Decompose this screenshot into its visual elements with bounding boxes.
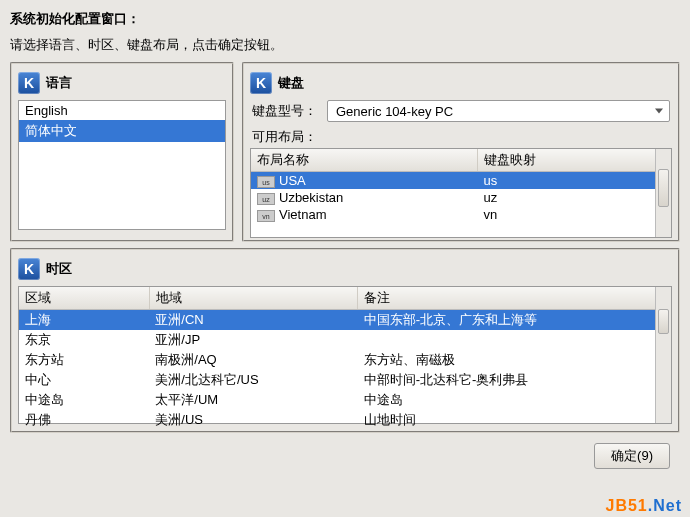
layout-mapping-cell: uz	[478, 189, 671, 206]
col-layout-mapping[interactable]: 键盘映射	[478, 149, 671, 172]
keyboard-layout-row[interactable]: vnVietnamvn	[251, 206, 671, 223]
col-tz-area[interactable]: 地域	[149, 287, 357, 310]
timezone-note-cell	[358, 330, 671, 350]
watermark-part-a: JB51	[606, 497, 648, 514]
timezone-panel: K 时区 区域 地域 备注 上海亚洲/CN中国东部-北京、广东和上海等东京亚洲/…	[10, 248, 680, 433]
timezone-table-wrap: 区域 地域 备注 上海亚洲/CN中国东部-北京、广东和上海等东京亚洲/JP东方站…	[18, 286, 672, 424]
keyboard-model-value: Generic 104-key PC	[336, 104, 453, 119]
timezone-row[interactable]: 中途岛太平洋/UM中途岛	[19, 390, 671, 410]
window-subtitle: 请选择语言、时区、键盘布局，点击确定按钮。	[10, 36, 680, 54]
timezone-region-cell: 丹佛	[19, 410, 149, 430]
bottom-bar: 确定(9)	[10, 439, 680, 469]
timezone-area-cell: 南极洲/AQ	[149, 350, 357, 370]
language-item[interactable]: 简体中文	[19, 120, 225, 142]
watermark: JB51.Net	[606, 497, 682, 515]
keyboard-scrollbar[interactable]	[655, 149, 671, 237]
keyboard-panel-title: 键盘	[278, 74, 304, 92]
layout-mapping-cell: us	[478, 172, 671, 190]
flag-icon: vn	[257, 210, 275, 222]
top-row: K 语言 English简体中文 K 键盘 键盘型号： Generic 104-…	[10, 62, 680, 242]
keyboard-model-combo[interactable]: Generic 104-key PC	[327, 100, 670, 122]
keyboard-layout-table[interactable]: 布局名称 键盘映射 usUSAusuzUzbekistanuzvnVietnam…	[251, 149, 671, 223]
language-panel-title: 语言	[46, 74, 72, 92]
config-window: 系统初始化配置窗口： 请选择语言、时区、键盘布局，点击确定按钮。 K 语言 En…	[0, 0, 690, 469]
layout-mapping-cell: vn	[478, 206, 671, 223]
timezone-note-cell: 中国东部-北京、广东和上海等	[358, 310, 671, 331]
timezone-note-cell: 中途岛	[358, 390, 671, 410]
layout-name-cell: uzUzbekistan	[251, 189, 478, 206]
language-listbox[interactable]: English简体中文	[18, 100, 226, 230]
language-panel: K 语言 English简体中文	[10, 62, 234, 242]
layout-name-cell: vnVietnam	[251, 206, 478, 223]
timezone-scrollbar[interactable]	[655, 287, 671, 423]
timezone-region-cell: 上海	[19, 310, 149, 331]
kde-icon: K	[18, 258, 40, 280]
timezone-region-cell: 中途岛	[19, 390, 149, 410]
timezone-row[interactable]: 东方站南极洲/AQ东方站、南磁极	[19, 350, 671, 370]
kde-icon: K	[18, 72, 40, 94]
ok-button[interactable]: 确定(9)	[594, 443, 670, 469]
flag-icon: uz	[257, 193, 275, 205]
keyboard-layout-table-wrap: 布局名称 键盘映射 usUSAusuzUzbekistanuzvnVietnam…	[250, 148, 672, 238]
timezone-area-cell: 亚洲/JP	[149, 330, 357, 350]
window-title: 系统初始化配置窗口：	[10, 10, 680, 28]
timezone-row[interactable]: 丹佛美洲/US山地时间	[19, 410, 671, 430]
flag-icon: us	[257, 176, 275, 188]
timezone-note-cell: 东方站、南磁极	[358, 350, 671, 370]
kde-icon: K	[250, 72, 272, 94]
timezone-row[interactable]: 中心美洲/北达科它/US中部时间-北达科它-奥利弗县	[19, 370, 671, 390]
timezone-region-cell: 中心	[19, 370, 149, 390]
timezone-region-cell: 东京	[19, 330, 149, 350]
keyboard-layouts-label: 可用布局：	[252, 128, 672, 146]
keyboard-model-label: 键盘型号：	[252, 102, 317, 120]
keyboard-layout-row[interactable]: usUSAus	[251, 172, 671, 190]
keyboard-layout-row[interactable]: uzUzbekistanuz	[251, 189, 671, 206]
watermark-part-b: .Net	[648, 497, 682, 514]
timezone-area-cell: 美洲/US	[149, 410, 357, 430]
timezone-area-cell: 太平洋/UM	[149, 390, 357, 410]
col-tz-region[interactable]: 区域	[19, 287, 149, 310]
timezone-panel-title: 时区	[46, 260, 72, 278]
layout-name-cell: usUSA	[251, 172, 478, 190]
timezone-row[interactable]: 上海亚洲/CN中国东部-北京、广东和上海等	[19, 310, 671, 331]
timezone-area-cell: 亚洲/CN	[149, 310, 357, 331]
col-tz-note[interactable]: 备注	[358, 287, 671, 310]
timezone-note-cell: 山地时间	[358, 410, 671, 430]
keyboard-scrollbar-thumb[interactable]	[658, 169, 669, 207]
timezone-row[interactable]: 东京亚洲/JP	[19, 330, 671, 350]
language-item[interactable]: English	[19, 101, 225, 120]
timezone-region-cell: 东方站	[19, 350, 149, 370]
timezone-scrollbar-thumb[interactable]	[658, 309, 669, 334]
timezone-area-cell: 美洲/北达科它/US	[149, 370, 357, 390]
timezone-note-cell: 中部时间-北达科它-奥利弗县	[358, 370, 671, 390]
timezone-table[interactable]: 区域 地域 备注 上海亚洲/CN中国东部-北京、广东和上海等东京亚洲/JP东方站…	[19, 287, 671, 430]
keyboard-panel: K 键盘 键盘型号： Generic 104-key PC 可用布局： 布局名称…	[242, 62, 680, 242]
col-layout-name[interactable]: 布局名称	[251, 149, 478, 172]
